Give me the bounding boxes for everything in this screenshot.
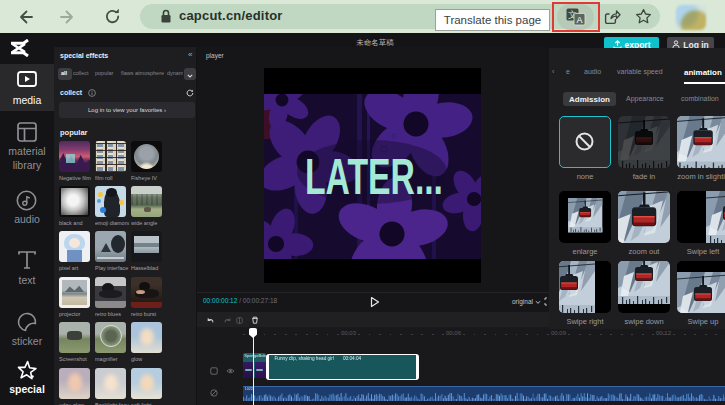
svg-text:LATER...: LATER... (305, 148, 443, 204)
